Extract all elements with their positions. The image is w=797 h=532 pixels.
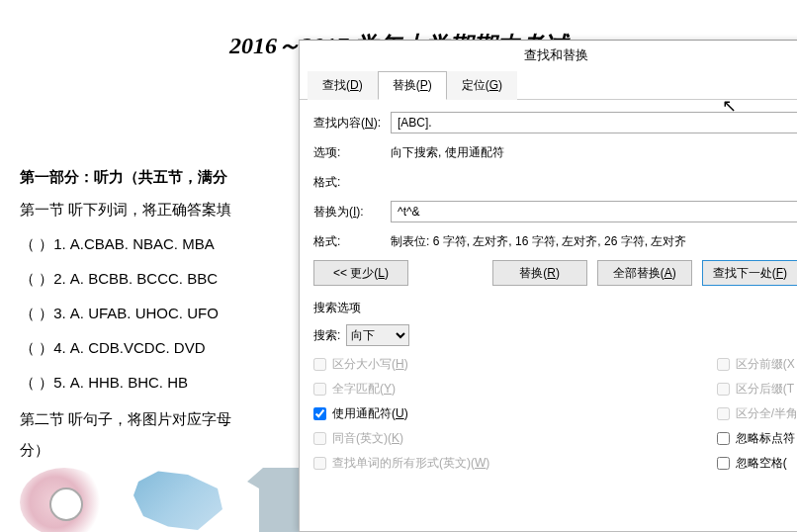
- options-label: 选项:: [313, 144, 391, 161]
- less-button[interactable]: << 更少(L): [313, 260, 408, 286]
- find-replace-dialog: 查找和替换 查找(D) 替换(P) 定位(G) 查找内容(N): 选项: 向下搜…: [299, 40, 797, 532]
- cb-prefix[interactable]: 区分前缀(X: [717, 356, 797, 373]
- replace-label: 替换为(I):: [313, 204, 391, 221]
- format2-label: 格式:: [313, 233, 391, 250]
- watch-image: [20, 468, 109, 532]
- format2-value: 制表位: 6 字符, 左对齐, 16 字符, 左对齐, 26 字符, 左对齐: [391, 233, 797, 250]
- format-label: 格式:: [313, 174, 391, 191]
- tab-bar: 查找(D) 替换(P) 定位(G): [300, 70, 797, 100]
- cb-match-case[interactable]: 区分大小写(H): [313, 356, 489, 373]
- dialog-title: 查找和替换: [300, 41, 797, 70]
- cb-full-half[interactable]: 区分全/半角: [717, 405, 797, 422]
- replace-button[interactable]: 替换(R): [492, 260, 587, 286]
- dialog-form: 查找内容(N): 选项: 向下搜索, 使用通配符 格式: 替换为(I): 格式:…: [300, 100, 797, 484]
- cb-wildcards[interactable]: 使用通配符(U): [313, 405, 489, 422]
- left-checks: 区分大小写(H) 全字匹配(Y) 使用通配符(U) 同音(英文)(K) 查找单词…: [313, 356, 489, 472]
- search-direction-select[interactable]: 向下: [346, 324, 409, 346]
- find-input[interactable]: [391, 112, 797, 133]
- replace-all-button[interactable]: 全部替换(A): [597, 260, 692, 286]
- search-direction-row: 搜索: 向下: [313, 324, 797, 346]
- tab-goto[interactable]: 定位(G): [447, 71, 517, 100]
- tab-find[interactable]: 查找(D): [308, 71, 378, 100]
- search-label: 搜索:: [313, 327, 340, 344]
- cb-ignore-space[interactable]: 忽略空格(: [717, 455, 797, 472]
- cb-suffix[interactable]: 区分后缀(T: [717, 381, 797, 398]
- cb-sounds-like[interactable]: 同音(英文)(K): [313, 430, 489, 447]
- right-checks: 区分前缀(X 区分后缀(T 区分全/半角 忽略标点符 忽略空格(: [717, 356, 797, 472]
- search-options-title: 搜索选项: [313, 300, 797, 316]
- map-image: [129, 468, 227, 532]
- find-next-button[interactable]: 查找下一处(F): [702, 260, 797, 286]
- cb-all-forms[interactable]: 查找单词的所有形式(英文)(W): [313, 455, 489, 472]
- replace-input[interactable]: [391, 201, 797, 222]
- tab-replace[interactable]: 替换(P): [378, 71, 447, 100]
- cb-ignore-punct[interactable]: 忽略标点符: [717, 430, 797, 447]
- cb-whole-word[interactable]: 全字匹配(Y): [313, 381, 489, 398]
- find-label: 查找内容(N):: [313, 115, 391, 132]
- button-row: << 更少(L) 替换(R) 全部替换(A) 查找下一处(F): [313, 260, 797, 286]
- options-value: 向下搜索, 使用通配符: [391, 144, 797, 161]
